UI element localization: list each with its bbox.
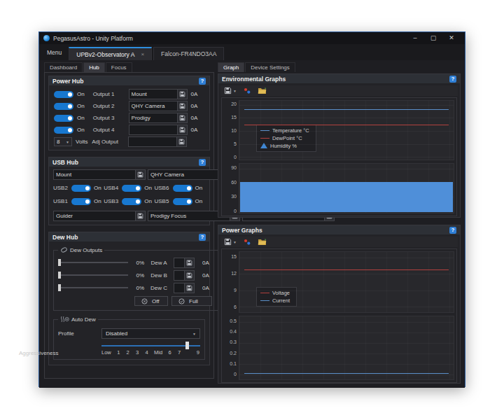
tab-label: Falcon-FR4NDO3AA xyxy=(161,50,216,57)
output1-name-input[interactable] xyxy=(130,90,177,99)
save-icon[interactable] xyxy=(177,90,187,99)
open-folder-button[interactable] xyxy=(258,238,267,246)
toggle-state-label: On xyxy=(77,115,90,121)
dew-amps: 0A xyxy=(198,260,214,266)
usb-hub-title: USB Hub xyxy=(52,159,78,166)
save-icon[interactable] xyxy=(177,113,187,122)
usb2-toggle[interactable] xyxy=(71,185,91,192)
graph-subtabs: Graph Device Settings xyxy=(218,62,461,72)
menu-button[interactable]: Menu xyxy=(41,49,69,60)
chevron-down-icon: ▼ xyxy=(233,240,237,244)
usb5-toggle[interactable] xyxy=(173,198,192,205)
power-output-row: On Output 2 0A xyxy=(49,100,209,112)
dew-b-slider[interactable] xyxy=(58,272,128,279)
output2-toggle[interactable] xyxy=(54,103,74,110)
output3-toggle[interactable] xyxy=(54,115,74,122)
aggressiveness-label: Aggressiveness xyxy=(19,350,62,356)
usb-bottom-name-input-1[interactable] xyxy=(54,211,135,220)
power-graphs-header: Power Graphs ? xyxy=(218,225,460,234)
tab-upbv2-observatory[interactable]: UPBv2-Observatory A × xyxy=(69,47,152,60)
output4-toggle[interactable] xyxy=(54,127,74,134)
humidity-chart: 0306090 xyxy=(224,163,454,214)
tab-falcon[interactable]: Falcon-FR4NDO3AA xyxy=(153,47,224,60)
volts-value: 8 xyxy=(57,139,59,145)
hub-container: Power Hub ? On Output 1 xyxy=(44,72,214,379)
aggressiveness-slider[interactable] xyxy=(102,342,200,349)
save-icon[interactable] xyxy=(177,102,187,111)
usb-name-row xyxy=(49,167,209,181)
usb4-toggle[interactable] xyxy=(122,185,141,192)
save-icon[interactable] xyxy=(184,258,194,267)
power-chart-container: 691215 VoltageCurrent 00.10.20.30.40.5 xyxy=(221,248,457,383)
slider-thumb[interactable] xyxy=(58,272,61,279)
dew-b-input[interactable] xyxy=(174,271,184,280)
close-button[interactable]: ✕ xyxy=(442,32,461,44)
maximize-button[interactable]: ▢ xyxy=(424,32,442,44)
usb3-toggle[interactable] xyxy=(122,198,141,205)
title-bar: PegasusAstro - Unity Platform – ▢ ✕ xyxy=(39,32,465,44)
save-icon[interactable] xyxy=(184,271,194,280)
environmental-graphs-section: Environmental Graphs ? ▼ xyxy=(218,74,461,218)
usb-port-label: USB5 xyxy=(155,198,170,204)
save-icon[interactable] xyxy=(177,125,187,134)
minimize-button[interactable]: – xyxy=(406,32,424,44)
output1-toggle[interactable] xyxy=(54,91,74,98)
toggle-markers-button[interactable] xyxy=(243,238,251,246)
tick-label: 2 xyxy=(126,349,130,356)
main-content: Dashboard Hub Focus Power Hub ? xyxy=(39,60,465,388)
tab-focus[interactable]: Focus xyxy=(106,62,132,72)
tab-dashboard[interactable]: Dashboard xyxy=(44,62,83,72)
power-hub-title: Power Hub xyxy=(52,78,83,85)
profile-select[interactable]: Disabled ▼ xyxy=(102,328,200,339)
dew-full-button[interactable]: Full xyxy=(172,296,212,306)
usb6-toggle[interactable] xyxy=(173,185,192,192)
usb-top-name-input-1[interactable] xyxy=(54,170,135,179)
dew-percent: 0% xyxy=(132,260,144,266)
save-icon[interactable] xyxy=(184,284,194,293)
device-panel: Dashboard Hub Focus Power Hub ? xyxy=(44,62,214,379)
save-graph-button[interactable]: ▼ xyxy=(224,238,237,246)
output3-name-input[interactable] xyxy=(130,113,177,122)
save-graph-button[interactable]: ▼ xyxy=(224,87,237,94)
dew-a-input[interactable] xyxy=(174,258,184,267)
dew-off-button[interactable]: Off xyxy=(134,296,168,306)
open-folder-button[interactable] xyxy=(258,87,267,94)
adj-output-input[interactable] xyxy=(129,137,176,146)
scatter-points-icon xyxy=(243,87,251,95)
usb1-toggle[interactable] xyxy=(71,198,91,205)
help-icon[interactable]: ? xyxy=(199,234,206,241)
save-icon[interactable] xyxy=(135,211,145,220)
dew-c-input[interactable] xyxy=(174,284,184,293)
voltage-chart: 691215 VoltageCurrent xyxy=(224,251,454,313)
main-tab-bar: Menu UPBv2-Observatory A × Falcon-FR4NDO… xyxy=(39,44,465,60)
save-icon[interactable] xyxy=(176,137,186,146)
tab-close-icon[interactable]: × xyxy=(141,51,144,57)
help-icon[interactable]: ? xyxy=(449,76,456,83)
output4-name-input[interactable] xyxy=(130,125,177,134)
temperature-dewpoint-chart: 05101520 Temperature °CDewPoint °CHumidi… xyxy=(224,100,454,160)
toggle-knob xyxy=(68,116,72,120)
help-icon[interactable]: ? xyxy=(199,159,206,166)
aggressiveness-slider-row xyxy=(58,342,200,349)
toggle-markers-button[interactable] xyxy=(243,87,251,95)
dew-amps: 0A xyxy=(198,272,214,279)
volts-select[interactable]: 8 ▼ xyxy=(54,137,72,146)
toggle-state-label: On xyxy=(144,198,154,204)
tab-device-settings[interactable]: Device Settings xyxy=(245,62,295,72)
save-icon[interactable] xyxy=(135,170,145,179)
slider-thumb[interactable] xyxy=(58,259,61,266)
help-icon[interactable]: ? xyxy=(199,78,206,85)
dew-a-slider[interactable] xyxy=(58,259,128,266)
slider-thumb[interactable] xyxy=(58,284,61,291)
slider-track xyxy=(58,262,128,263)
help-icon[interactable]: ? xyxy=(449,227,456,234)
plot-area: VoltageCurrent xyxy=(239,251,454,313)
tab-hub[interactable]: Hub xyxy=(83,62,105,72)
tab-graph[interactable]: Graph xyxy=(218,62,244,72)
power-output-row: On Output 4 0A xyxy=(49,124,209,136)
tick-labels: Low 1 2 3 4 Mid 6 7 9 xyxy=(58,349,200,356)
dew-c-slider[interactable] xyxy=(58,284,128,291)
output2-name-input[interactable] xyxy=(130,102,177,111)
slider-thumb[interactable] xyxy=(186,342,189,349)
dew-amps: 0A xyxy=(198,285,214,291)
